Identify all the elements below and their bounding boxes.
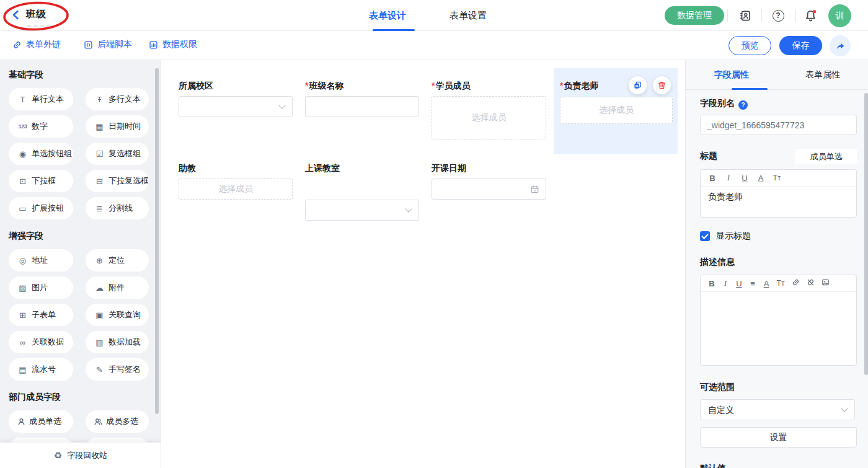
pill-multi-select[interactable]: ⊟下拉复选框: [86, 170, 149, 192]
pill-signature[interactable]: ✎手写签名: [86, 358, 149, 381]
copy-field-button[interactable]: [629, 76, 647, 94]
code-icon: [84, 40, 93, 50]
pill-subform[interactable]: ⊞子表单: [9, 304, 73, 326]
backend-script-button[interactable]: 后端脚本: [84, 39, 132, 50]
pill-attachment[interactable]: ☁附件: [86, 276, 149, 299]
align-icon[interactable]: ≡: [746, 279, 759, 288]
pill-single-line-text[interactable]: T单行文本: [9, 88, 73, 110]
pill-address[interactable]: ◎地址: [9, 249, 73, 272]
tab-form-properties[interactable]: 表单属性: [777, 60, 868, 89]
field-assistant-member-box[interactable]: 选择成员: [179, 179, 293, 200]
image-field-icon: ▨: [17, 283, 29, 293]
pill-location[interactable]: ⊕定位: [86, 249, 149, 272]
description-editor[interactable]: B I U ≡ A Tт: [700, 275, 857, 366]
field-class-name-input[interactable]: [305, 96, 419, 117]
pill-datetime[interactable]: ▦日期时间: [86, 115, 149, 138]
pill-multi-line-text[interactable]: Ŧ多行文本: [86, 88, 149, 110]
pill-serial-number[interactable]: ▤流水号: [9, 358, 73, 381]
help-icon[interactable]: ?: [771, 9, 785, 22]
linked-data-icon: ∞: [17, 338, 29, 347]
italic-icon[interactable]: I: [719, 278, 732, 288]
pill-extend-button[interactable]: ▭扩展按钮: [9, 197, 73, 219]
insert-image-icon[interactable]: [818, 278, 832, 288]
font-size-icon[interactable]: Tт: [774, 279, 787, 288]
field-recycle-bin[interactable]: ♻ 字段回收站: [0, 443, 161, 468]
pill-label: 扩展按钮: [32, 203, 64, 214]
data-permission-button[interactable]: 数据权限: [149, 39, 197, 50]
linked-query-icon: ▣: [94, 311, 105, 320]
pill-label: 多行文本: [108, 94, 141, 105]
italic-icon[interactable]: I: [722, 173, 735, 183]
pill-linked-data[interactable]: ∞关联数据: [9, 331, 73, 353]
delete-field-button[interactable]: [653, 76, 671, 94]
underline-icon[interactable]: U: [733, 279, 745, 288]
bell-icon[interactable]: [804, 9, 817, 22]
pill-radio-group[interactable]: ◉单选按钮组: [9, 143, 73, 165]
tab-form-settings[interactable]: 表单设置: [450, 10, 487, 22]
description-editor-content[interactable]: [701, 292, 856, 302]
share-button[interactable]: [830, 35, 851, 56]
field-teacher-member-box[interactable]: 选择成员: [560, 97, 673, 124]
show-title-checkbox[interactable]: [700, 231, 710, 241]
preview-button[interactable]: 预览: [728, 36, 771, 55]
pill-data-load[interactable]: ▥数据加载: [86, 331, 149, 353]
pill-label: 附件: [108, 282, 125, 293]
insert-link-icon[interactable]: [789, 278, 802, 288]
required-asterisk: *: [560, 81, 563, 91]
field-students-member-box[interactable]: 选择成员: [432, 96, 546, 139]
field-palette-sidebar: 基础字段 T单行文本 Ŧ多行文本 123数字 ▦日期时间 ◉单选按钮组 ☑复选框…: [0, 60, 161, 468]
field-start-date-input[interactable]: [432, 179, 546, 200]
alias-input[interactable]: [700, 115, 857, 135]
field-campus-select[interactable]: [179, 96, 293, 117]
panel-scrollbar[interactable]: [864, 93, 868, 375]
bold-icon[interactable]: B: [706, 279, 718, 288]
pill-label: 关联查询: [108, 309, 141, 320]
font-color-icon[interactable]: A: [760, 279, 773, 288]
pill-number[interactable]: 123数字: [9, 115, 73, 138]
field-classroom-label: 上课教室: [305, 163, 340, 174]
subform-icon: ⊞: [17, 311, 29, 320]
field-classroom-select[interactable]: [305, 200, 419, 221]
recycle-icon: ♻: [54, 450, 62, 461]
header: 班级 表单设计 表单设置 数据管理 ?: [0, 0, 868, 31]
pill-member-multi[interactable]: 成员多选: [86, 410, 149, 433]
pill-member-single[interactable]: 成员单选: [9, 410, 73, 433]
checkbox-group-icon: ☑: [94, 149, 105, 159]
remove-link-icon[interactable]: [804, 278, 817, 288]
field-type-tag[interactable]: 成员单选: [795, 149, 857, 164]
delete-icon: [657, 81, 666, 90]
pill-select[interactable]: ⊡下拉框: [9, 170, 73, 192]
pill-image[interactable]: ▨图片: [9, 276, 73, 299]
tab-field-properties[interactable]: 字段属性: [686, 60, 777, 89]
back-button[interactable]: 班级: [11, 8, 46, 21]
font-color-icon[interactable]: A: [754, 174, 768, 183]
tab-form-design[interactable]: 表单设计: [369, 10, 406, 22]
sidebar-scrollbar[interactable]: [155, 68, 159, 414]
pill-divider[interactable]: ≣分割线: [86, 197, 149, 219]
range-select[interactable]: 自定义: [700, 399, 855, 420]
description-label: 描述信息: [700, 257, 735, 268]
underline-icon[interactable]: U: [738, 174, 751, 183]
form-canvas: 所属校区 *班级名称 *学员成员 选择成员 *负责老师 选择成员: [161, 60, 685, 468]
alias-help-icon[interactable]: ?: [738, 100, 748, 110]
external-link-button[interactable]: 表单外链: [12, 39, 61, 50]
bold-icon[interactable]: B: [706, 174, 719, 183]
pill-linked-query[interactable]: ▣关联查询: [86, 304, 149, 326]
field-assistant-label: 助教: [179, 163, 196, 174]
avatar[interactable]: 训: [828, 4, 851, 27]
pill-checkbox-group[interactable]: ☑复选框组: [86, 143, 149, 165]
serial-number-icon: ▤: [17, 365, 29, 374]
title-editor-content[interactable]: 负责老师: [701, 187, 856, 208]
enhanced-fields-grid: ◎地址 ⊕定位 ▨图片 ☁附件 ⊞子表单 ▣关联查询 ∞关联数据 ▥数据加载 ▤…: [9, 249, 161, 381]
multi-select-icon: ⊟: [94, 177, 105, 186]
data-permission-label: 数据权限: [162, 39, 197, 50]
data-manage-button[interactable]: 数据管理: [665, 6, 724, 25]
title-editor[interactable]: B I U A Tт 负责老师: [700, 169, 857, 218]
range-settings-button[interactable]: 设置: [700, 427, 857, 448]
font-size-icon[interactable]: Tт: [770, 174, 784, 182]
address-book-icon[interactable]: [738, 9, 752, 22]
field-teacher-selected[interactable]: *负责老师 选择成员: [554, 68, 678, 154]
pill-label: 手写签名: [108, 364, 141, 375]
show-title-row: 显示标题: [700, 231, 751, 242]
save-button[interactable]: 保存: [779, 36, 822, 55]
